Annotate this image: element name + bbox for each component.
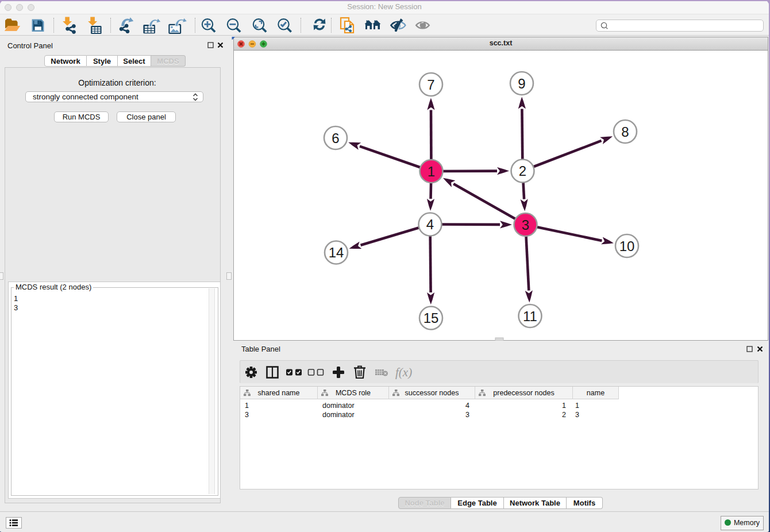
svg-text:4: 4 bbox=[426, 217, 434, 232]
svg-text:8: 8 bbox=[621, 124, 629, 139]
svg-text:11: 11 bbox=[523, 308, 537, 323]
svg-text:9: 9 bbox=[518, 75, 525, 91]
svg-text:14: 14 bbox=[329, 245, 344, 260]
svg-text:f(x): f(x) bbox=[395, 365, 412, 379]
svg-text:3: 3 bbox=[522, 217, 529, 232]
svg-text:1: 1 bbox=[428, 163, 435, 179]
svg-text:10: 10 bbox=[619, 238, 635, 253]
svg-text:2: 2 bbox=[519, 163, 526, 179]
svg-text:7: 7 bbox=[427, 76, 434, 92]
svg-text:15: 15 bbox=[424, 310, 439, 326]
svg-text:6: 6 bbox=[332, 130, 339, 145]
